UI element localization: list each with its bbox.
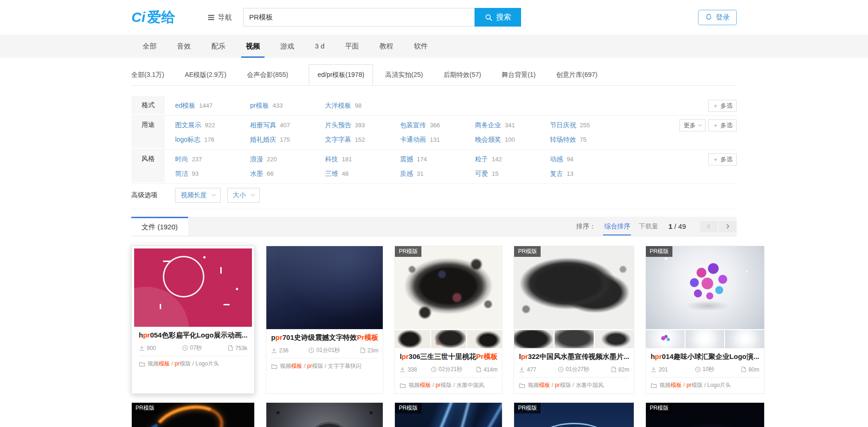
filter-option[interactable]: 婚礼婚庆175 (250, 132, 325, 147)
multi-select-button[interactable]: ＋多选 (708, 119, 737, 131)
search-button[interactable]: 搜索 (475, 8, 521, 27)
card-categories[interactable]: 视频模板 / pr模版 / 文字字幕快闪 (271, 358, 378, 374)
filter-option[interactable]: pr模板433 (250, 98, 325, 113)
sort-option[interactable]: 下载量 (638, 222, 658, 231)
subcategory-tab[interactable]: AE模版(2.9万) (185, 65, 226, 85)
video-thumbnail[interactable] (266, 246, 383, 329)
subcategory-tab[interactable]: 舞台背景(1) (502, 65, 536, 85)
video-thumbnail[interactable]: PR模版 (514, 403, 634, 427)
video-thumbnail[interactable] (266, 403, 383, 427)
preview-frame[interactable] (725, 330, 764, 348)
preview-frame[interactable] (514, 330, 553, 348)
preview-frame[interactable] (555, 330, 594, 348)
video-thumbnail[interactable]: PR模版 (646, 403, 764, 427)
video-card[interactable]: PR模版 (131, 402, 255, 427)
multi-select-button[interactable]: ＋多选 (708, 100, 737, 112)
video-thumbnail[interactable]: PR模版 (646, 246, 764, 329)
category-tab[interactable]: 3 d (305, 34, 335, 58)
sort-option[interactable]: 综合排序 (604, 222, 630, 231)
more-button[interactable]: 更多 (679, 119, 705, 131)
video-thumbnail[interactable]: PR模版 (514, 246, 634, 329)
preview-frame[interactable] (646, 330, 685, 348)
preview-frame[interactable] (685, 330, 724, 348)
filter-option[interactable]: 复古13 (550, 166, 625, 181)
category-tab[interactable]: 配乐 (201, 34, 236, 58)
filter-option[interactable]: 相册写真407 (250, 118, 325, 132)
filter-option[interactable]: 包装宣传366 (400, 118, 475, 132)
video-thumbnail[interactable]: PR模版 (132, 403, 254, 427)
card-categories[interactable]: 视频模板 / pr模版 / 水墨中国风 (400, 377, 497, 393)
category-tab[interactable]: 软件 (404, 34, 438, 58)
video-card[interactable]: PR模版 (514, 402, 634, 427)
filter-option[interactable]: 水墨66 (250, 166, 325, 181)
filter-option[interactable]: 浪漫220 (250, 152, 325, 166)
filter-option[interactable]: 转场特效75 (550, 132, 625, 147)
video-title[interactable]: ppr701史诗级震撼文字特效Pr模板 (271, 333, 378, 342)
preview-frame[interactable] (431, 330, 466, 348)
filter-option[interactable]: 卡通动画131 (400, 132, 475, 147)
video-card[interactable]: PR模版 hpr014趣味小球汇聚企 (645, 246, 764, 394)
filter-option[interactable]: 粒子142 (475, 152, 550, 166)
next-page-button[interactable] (719, 221, 737, 232)
subcategory-tab[interactable]: 后期特效(57) (443, 65, 481, 85)
files-tab[interactable]: 文件 (1920) (131, 217, 188, 236)
video-thumbnail[interactable] (134, 248, 252, 327)
filter-option[interactable]: 商务企业341 (475, 118, 550, 132)
nav-menu-button[interactable]: 导航 (208, 13, 232, 22)
card-categories[interactable]: 视频模板 / pr模版 / Logo片头 (139, 356, 247, 372)
card-categories[interactable]: 视频模板 / pr模版 / Logo片头 (651, 377, 759, 393)
filter-option[interactable]: 震撼174 (400, 152, 475, 166)
video-card[interactable]: ppr701史诗级震撼文字特效Pr模板 236 01分01秒 23m (266, 246, 383, 394)
category-tab[interactable]: 教程 (369, 34, 404, 58)
preview-frame[interactable] (595, 330, 634, 348)
prev-page-button[interactable] (700, 221, 718, 232)
video-thumbnail[interactable]: PR模版 (395, 246, 502, 329)
card-categories[interactable]: 视频模板 / pr模版 / 水墨中国风 (519, 377, 629, 393)
video-card[interactable]: PR模版 lpr306三生三世十里桃 (394, 246, 502, 394)
video-title[interactable]: lpr306三生三世十里桃花Pr模板 (400, 352, 497, 361)
category-tab[interactable]: 游戏 (270, 34, 305, 58)
filter-option[interactable]: 三维48 (325, 166, 400, 181)
subcategory-tab[interactable]: 创意片库(697) (556, 65, 597, 85)
filter-option[interactable]: 动感94 (550, 152, 625, 166)
filter-option[interactable]: 质感31 (400, 166, 475, 181)
preview-frame[interactable] (467, 330, 502, 348)
video-title[interactable]: hpr014趣味小球汇聚企业Logo演... (651, 352, 759, 361)
multi-select-button[interactable]: ＋多选 (708, 153, 737, 165)
login-button[interactable]: 登录 (698, 10, 737, 25)
filter-option[interactable]: 节日庆祝255 (550, 118, 625, 132)
video-card[interactable]: hpr054色彩扁平化Logo展示动画... 900 07秒 753k (131, 246, 255, 394)
category-tab[interactable]: 全部 (132, 34, 167, 58)
filter-option[interactable]: 图文展示922 (175, 118, 250, 132)
video-card[interactable]: PR模版 (645, 402, 764, 427)
video-thumbnail[interactable]: PR模版 (395, 403, 502, 427)
filter-option[interactable]: 大洋模板98 (325, 98, 400, 113)
advanced-dropdown[interactable]: 大小 (227, 188, 260, 203)
filter-option[interactable]: 简洁93 (175, 166, 250, 181)
advanced-dropdown[interactable]: 视频长度 (175, 188, 221, 203)
category-tab[interactable]: 音效 (167, 34, 201, 58)
subcategory-tab[interactable]: 高清实拍(25) (385, 65, 423, 85)
video-card[interactable]: PR模版 lpr322中国风水墨宣传 (514, 246, 634, 394)
filter-option[interactable]: ed模板1447 (175, 98, 250, 113)
filter-option[interactable]: 片头预告393 (325, 118, 400, 132)
site-logo[interactable]: Ci爱给 (131, 8, 175, 27)
category-part: 模板 (420, 382, 431, 388)
filter-option[interactable]: 时尚237 (175, 152, 250, 166)
filter-option[interactable]: 晚会颁奖100 (475, 132, 550, 147)
filter-option[interactable]: 科技181 (325, 152, 400, 166)
preview-frame[interactable] (395, 330, 430, 348)
video-title[interactable]: lpr322中国风水墨宣传视频水墨片... (519, 352, 629, 361)
video-card[interactable] (266, 402, 383, 427)
filter-option[interactable]: 可爱15 (475, 166, 550, 181)
video-card[interactable]: PR模版 (394, 402, 502, 427)
subcategory-tab[interactable]: 会声会影(855) (247, 65, 288, 85)
subcategory-tab[interactable]: ed/pr模板(1978) (309, 64, 373, 85)
subcategory-tab[interactable]: 全部(3.1万) (131, 65, 164, 85)
video-title[interactable]: hpr054色彩扁平化Logo展示动画... (139, 331, 247, 340)
category-tab[interactable]: 视频 (236, 34, 270, 58)
filter-option[interactable]: logo标志176 (175, 132, 250, 147)
filter-option[interactable]: 文字字幕152 (325, 132, 400, 147)
search-input[interactable] (243, 8, 475, 27)
category-tab[interactable]: 平面 (335, 34, 369, 58)
